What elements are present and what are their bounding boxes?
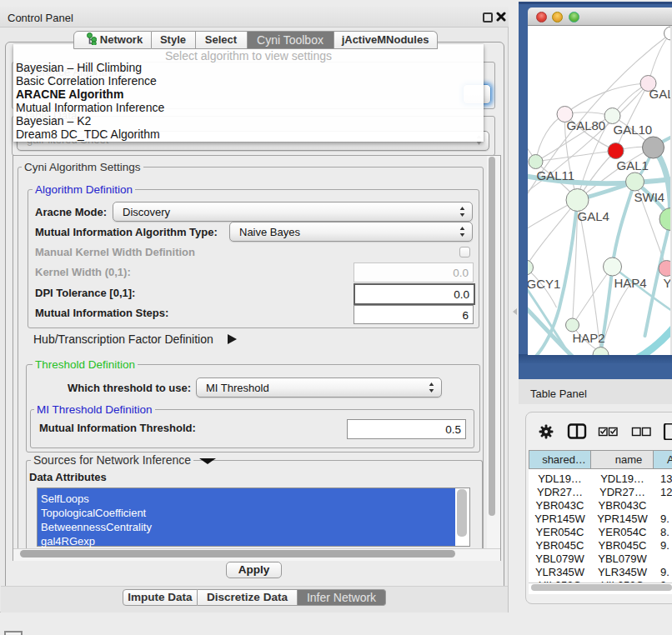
svg-text:GAL1: GAL1: [617, 158, 649, 172]
svg-text:GAL10: GAL10: [614, 122, 653, 137]
svg-text:SWI4: SWI4: [634, 190, 665, 204]
svg-text:GAL2: GAL2: [649, 87, 672, 101]
svg-text:GAL4: GAL4: [578, 209, 609, 223]
svg-text:GCY1: GCY1: [528, 277, 560, 291]
svg-text:GAL11: GAL11: [537, 168, 575, 182]
svg-text:HAP2: HAP2: [573, 331, 605, 345]
svg-text:HAP4: HAP4: [614, 276, 647, 290]
svg-text:GAL80: GAL80: [567, 118, 606, 132]
